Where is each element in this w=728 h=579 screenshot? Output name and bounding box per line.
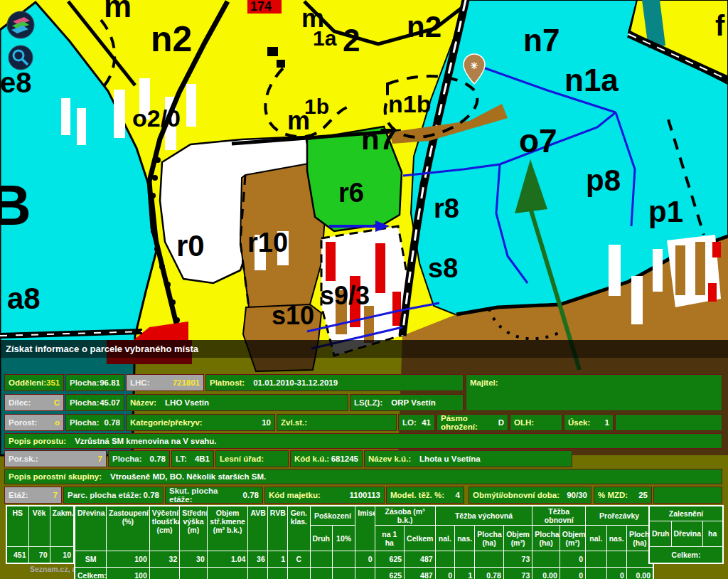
field-label: Parc. plocha etáže: [68, 491, 141, 499]
field-value: 45.07 [100, 398, 120, 407]
field-label: Platnost: [210, 378, 245, 387]
col-rvb: RVB [267, 506, 287, 551]
col-tv-nal: nal. [435, 526, 454, 551]
col-gen-klas: Gen. klas. [288, 506, 310, 551]
field-label: Název k.ú.: [368, 455, 411, 463]
cell [454, 551, 474, 568]
field-lo: LO: 41 [398, 414, 435, 431]
col-posk-druh: Druh [310, 526, 332, 551]
cell-zal-celkem: Celkem: [649, 546, 723, 563]
map-building [277, 60, 285, 68]
field-value: 721801 [173, 378, 200, 387]
map-stripe [712, 242, 721, 257]
field-lt: LT: 4B1 [171, 450, 214, 467]
cell: 100 [107, 568, 150, 579]
table-row: Celkem: [649, 546, 723, 563]
field-value: Vzrůstná SM kmenovina na V svahu. [75, 437, 216, 445]
col-tv-plocha: Plocha (ha) [475, 526, 503, 551]
col-tv-objem: Objem (m³) [503, 526, 532, 551]
field-label: Dílec: [9, 398, 31, 407]
cell: 0 [606, 568, 626, 579]
map-label-r6: r6 [338, 178, 364, 208]
cell: 32 [149, 551, 180, 568]
field-kod-majetku: Kód majetku: 1100113 [264, 487, 385, 504]
field-value: o [55, 418, 60, 427]
col-vek: Věk [28, 506, 50, 546]
col-hs: HS [6, 506, 28, 546]
map-stripe [364, 306, 374, 343]
field-oddeleni: Oddělení: 351 [4, 374, 64, 391]
map-stripe [186, 84, 196, 127]
field-plocha-porost: Plocha: 0.78 [65, 414, 124, 431]
map-stripe [695, 242, 705, 295]
field-value: ORP Vsetín [391, 398, 435, 407]
field-mzd: % MZD: 25 [594, 487, 652, 504]
map-label-a8: a8 [7, 282, 41, 315]
field-label: Kód k.ú.: [294, 455, 329, 463]
field-label: LS(LZ): [354, 398, 382, 407]
cell: 1 [267, 551, 287, 568]
search-icon[interactable] [9, 46, 33, 70]
field-value: 4 [456, 491, 460, 499]
map-stripe [631, 276, 643, 324]
col-to-plocha: Plocha (ha) [532, 526, 560, 551]
field-label: Popis porostu: [9, 437, 66, 445]
field-porsk: Por.sk.: 7 [4, 450, 107, 467]
cell [310, 551, 332, 568]
stand-detail-table: Dřevina Zastoupení (%) Výčetní tloušťka … [74, 505, 654, 579]
field-plocha-porsk: Plocha: 0.78 [108, 450, 170, 467]
cell: 0 [435, 568, 454, 579]
col-objem-kmene: Objem stř.kmene (m³ b.k.) [207, 506, 248, 551]
field-value: Lhota u Vsetína [419, 455, 481, 463]
field-usek: Úsek: 1 [564, 414, 614, 431]
svg-text:✳: ✳ [471, 60, 478, 71]
group-zasoba: Zásoba (m³ b.k.) [375, 506, 435, 526]
panel-title: Získat informace o parcele vybraného mís… [0, 340, 728, 358]
cell [310, 568, 332, 579]
field-label: Kód majetku: [269, 491, 321, 499]
field-parc-plocha: Parc. plocha etáže: 0.78 [63, 487, 164, 504]
col-drevina: Dřevina [75, 506, 107, 551]
map-label-n7b: n7 [361, 122, 396, 156]
cell: 487 [405, 568, 436, 579]
field-value: 681245 [331, 455, 358, 463]
field-label: Porost: [9, 418, 37, 427]
field-lslz: LS(LZ): ORP Vsetín [350, 394, 464, 411]
field-value: 1 [605, 418, 609, 427]
group-tezba-vychovna: Těžba výchovná [435, 506, 532, 526]
field-value: 96.81 [100, 378, 120, 387]
map-label-s8: s8 [428, 253, 458, 283]
cell [332, 568, 355, 579]
field-value: 4B1 [195, 455, 210, 463]
map-stripe [114, 90, 125, 138]
cell: C [288, 551, 310, 568]
map-stripe [653, 249, 663, 292]
cell [267, 568, 287, 579]
field-popis-skupiny: Popis porostní skupiny: Vtroušeně MD, BO… [4, 469, 722, 484]
cell: 73 [503, 551, 532, 568]
map-label-e8: e8 [0, 67, 32, 98]
map-stripe [675, 245, 685, 295]
table-row-celkem: Celkem: 100 625 487 0 1 0.78 73 0.00 0 0… [75, 568, 653, 579]
cell: SM [75, 551, 107, 568]
field-kategorie: Kategorie/překryv: 10 [126, 414, 275, 431]
field-label: Majitel: [470, 378, 498, 387]
map-stripe [61, 98, 70, 135]
col-stredni-vyska: Střední výška (m) [180, 506, 207, 551]
map-stripe [392, 292, 401, 326]
field-label: Plocha: [70, 378, 100, 387]
field-label: Kategorie/překryv: [130, 418, 203, 427]
field-lhc: LHC: 721801 [126, 374, 204, 391]
cell: 625 [375, 568, 405, 579]
map-label-n1b: n1b [388, 90, 431, 117]
field-empty [653, 487, 722, 504]
field-value: LHO Vsetín [165, 398, 209, 407]
map-stripe [326, 242, 336, 281]
cell: 0.00 [532, 568, 560, 579]
field-skut-plocha: Skut. plocha etáže: 0.78 [165, 487, 263, 504]
cell: 0 [355, 551, 375, 568]
cell-hs: 451 [6, 546, 28, 563]
field-value: 7 [53, 491, 58, 499]
layers-icon[interactable] [7, 11, 34, 38]
field-value: 10 [262, 418, 271, 427]
